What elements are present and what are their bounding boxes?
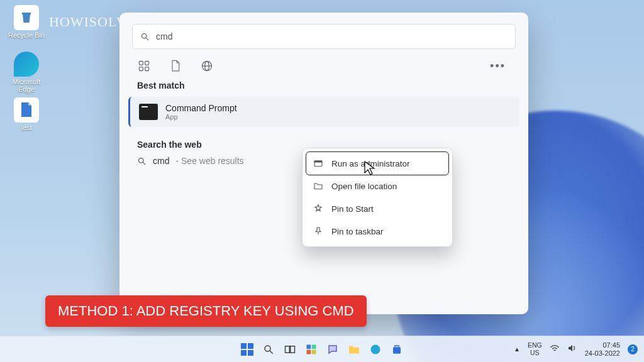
desktop-icon-label: test <box>8 124 45 131</box>
menu-item-label: Pin to Start <box>331 204 374 214</box>
edge-icon <box>14 52 39 77</box>
svg-line-11 <box>143 162 145 165</box>
more-filters-button[interactable]: ••• <box>490 60 511 73</box>
desktop-icon-edge[interactable]: Microsoft Edge <box>8 52 45 93</box>
desktop-icon-label: Recycle Bin <box>8 31 45 39</box>
search-input[interactable]: cmd <box>132 24 516 49</box>
chat-button[interactable] <box>324 341 341 358</box>
filter-web-icon[interactable] <box>200 59 214 73</box>
web-result-term: cmd <box>153 156 169 166</box>
search-icon <box>140 32 150 41</box>
filter-row: ••• <box>137 59 511 73</box>
svg-rect-21 <box>312 349 316 354</box>
notification-badge[interactable]: 2 <box>628 344 638 354</box>
taskbar-center <box>238 341 406 358</box>
menu-open-file-location[interactable]: Open file location <box>306 175 448 197</box>
start-button[interactable] <box>238 341 256 358</box>
language-indicator[interactable]: ENG US <box>528 342 542 356</box>
svg-rect-20 <box>307 349 311 354</box>
tray-chevron-icon[interactable]: ▲ <box>514 346 520 353</box>
result-title: Command Prompt <box>165 103 237 113</box>
filter-apps-icon[interactable] <box>137 59 151 73</box>
admin-shield-icon <box>313 158 324 169</box>
taskbar-right: ▲ ENG US 07:45 24-03-2022 2 <box>514 341 638 356</box>
pin-taskbar-icon <box>313 226 324 237</box>
desktop-icon-label: Microsoft Edge <box>8 78 45 93</box>
best-match-result[interactable]: Command Prompt App <box>128 97 519 127</box>
taskbar: ▲ ENG US 07:45 24-03-2022 2 <box>0 336 644 362</box>
menu-item-label: Pin to taskbar <box>331 227 384 236</box>
explorer-button[interactable] <box>345 341 363 358</box>
search-query-text: cmd <box>156 31 172 41</box>
svg-point-10 <box>139 158 144 163</box>
clock[interactable]: 07:45 24-03-2022 <box>585 341 620 356</box>
svg-rect-16 <box>286 346 290 353</box>
svg-rect-23 <box>393 347 401 354</box>
task-view-button[interactable] <box>281 341 299 358</box>
svg-rect-18 <box>307 344 311 349</box>
svg-rect-4 <box>145 62 149 65</box>
svg-rect-3 <box>140 62 143 65</box>
recycle-bin-icon <box>14 5 39 30</box>
command-prompt-icon <box>139 104 158 120</box>
svg-point-1 <box>142 33 147 38</box>
svg-line-2 <box>146 38 148 40</box>
svg-point-14 <box>265 346 270 351</box>
menu-item-label: Run as administrator <box>331 159 410 168</box>
context-menu: Run as administrator Open file location … <box>302 148 453 247</box>
pin-icon <box>313 203 324 214</box>
web-result-suffix: - See web results <box>175 156 243 166</box>
desktop-icon-test[interactable]: test <box>8 97 45 131</box>
svg-rect-5 <box>140 67 143 71</box>
best-match-label: Best match <box>137 80 511 90</box>
desktop-icon-recycle-bin[interactable]: Recycle Bin <box>8 5 45 39</box>
result-subtitle: App <box>165 113 237 121</box>
menu-run-as-admin[interactable]: Run as administrator <box>306 152 448 175</box>
file-icon <box>14 97 39 123</box>
svg-rect-0 <box>22 13 31 14</box>
svg-rect-17 <box>291 346 295 353</box>
filter-documents-icon[interactable] <box>169 59 182 73</box>
edge-button[interactable] <box>367 341 384 358</box>
menu-item-label: Open file location <box>331 182 397 191</box>
network-icon[interactable] <box>550 344 560 354</box>
taskbar-search-button[interactable] <box>260 341 277 358</box>
search-icon <box>137 156 147 166</box>
volume-icon[interactable] <box>567 344 577 354</box>
store-button[interactable] <box>388 341 406 358</box>
folder-icon <box>313 180 324 192</box>
widgets-button[interactable] <box>303 341 320 358</box>
svg-rect-6 <box>145 67 149 71</box>
menu-pin-to-start[interactable]: Pin to Start <box>306 197 448 220</box>
svg-line-15 <box>270 351 273 354</box>
menu-pin-to-taskbar[interactable]: Pin to taskbar <box>306 220 448 243</box>
svg-rect-19 <box>312 344 316 349</box>
method-caption: METHOD 1: ADD REGISTRY KEY USING CMD <box>45 295 367 327</box>
svg-point-22 <box>371 344 380 354</box>
svg-rect-13 <box>314 161 322 162</box>
windows-logo-icon <box>241 343 253 356</box>
